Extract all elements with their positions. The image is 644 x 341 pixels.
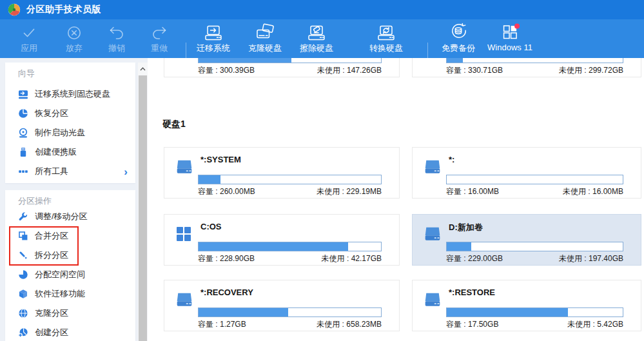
window-title: 分区助手技术员版 [26,4,101,15]
partition-card-d-selected[interactable]: D:新加卷 容量 : 229.00GB 未使用 : 197.40GB [412,214,641,266]
wizard-section: 向导 迁移系统到固态硬盘 恢复分区 制作启动光盘 [5,63,135,183]
redo-icon [150,22,168,41]
partition-card-system[interactable]: *:SYSTEM 容量 : 260.00MB 未使用 : 229.19MB [164,147,400,199]
drive-icon [424,226,442,242]
sidebar: 向导 迁移系统到固态硬盘 恢复分区 制作启动光盘 [0,58,148,341]
migrate-to-ssd-icon [18,89,28,99]
clone-disk-icon [254,22,276,41]
partition-card-partial[interactable]: 容量 : 300.39GB 未使用 : 147.26GB [164,58,400,77]
scrollbar-thumb[interactable] [139,75,147,341]
wipe-disk-icon [306,22,327,41]
sidebar-item-all-tools[interactable]: 所有工具 › [5,162,135,181]
discard-button[interactable]: 放弃 [66,22,83,57]
usage-bar [198,175,382,184]
usage-bar [198,58,382,63]
sidebar-item-resize-move[interactable]: 调整/移动分区 [5,207,135,226]
chevron-right-icon: › [124,166,128,177]
partition-card-c-os[interactable]: C:OS 容量 : 228.90GB 未使用 : 42.17GB [164,214,400,266]
apply-check-icon [21,22,37,41]
scroll-up-button[interactable] [138,63,148,75]
clone-partition-icon [18,308,28,318]
split-partition-icon [18,250,28,260]
unused-text: 未使用 : 197.40GB [559,253,623,264]
sidebar-item-create-partition[interactable]: 创建分区 [5,323,135,341]
wizard-section-title: 向导 [18,68,35,79]
usage-bar [446,307,623,317]
sidebar-scrollbar [138,63,148,341]
partition-card-recovery[interactable]: *:RECOVERY 容量 : 1.27GB 未使用 : 658.23MB [164,280,400,331]
windows-11-icon [499,22,521,41]
undo-button[interactable]: 撤销 [108,22,126,57]
usage-bar [198,242,382,251]
usage-bar [198,307,382,317]
free-backup-icon [449,22,468,41]
drive-icon [175,159,193,175]
drive-icon [424,159,442,175]
sidebar-item-portable-version[interactable]: 创建便携版 [5,142,135,162]
capacity-text: 容量 : 1.27GB [198,319,246,330]
clone-disk-button[interactable]: 克隆硬盘 [248,22,282,57]
unused-text: 未使用 : 16.00MB [563,186,623,197]
wipe-disk-button[interactable]: 擦除硬盘 [300,22,333,57]
partition-name: C:OS [200,222,222,231]
windows-11-button[interactable]: Windows 11 [487,22,532,57]
capacity-text: 容量 : 228.90GB [198,253,255,264]
redo-button[interactable]: 重做 [150,22,168,57]
create-partition-icon [18,327,28,338]
partition-card-reserved[interactable]: *: 容量 : 16.00MB 未使用 : 16.00MB [412,147,641,199]
app-logo-icon [8,3,21,16]
unused-text: 未使用 : 658.23MB [317,319,382,330]
partition-card-restore[interactable]: *:RESTORE 容量 : 17.50GB 未使用 : 5.42GB [412,280,641,331]
allocate-space-icon [18,269,28,280]
discard-icon [66,22,83,41]
merge-partition-icon [18,231,28,241]
free-backup-button[interactable]: 免费备份 [442,22,475,57]
partition-name: *:SYSTEM [200,155,241,164]
unused-text: 未使用 : 5.42GB [567,319,623,330]
disk1-title: 硬盘1 [162,119,186,130]
undo-icon [108,22,126,41]
partition-name: *:RECOVERY [200,287,253,297]
partition-name: D:新加卷 [449,222,483,233]
convert-disk-button[interactable]: 转换硬盘 [369,22,403,57]
partition-ops-section: 分区操作 调整/移动分区 合并分区 拆分分区 [5,190,135,341]
partition-assistant-window: 分区助手技术员版 应用 放弃 撤销 重做 [0,0,644,341]
unused-text: 未使用 : 229.19MB [317,186,382,197]
resize-move-icon [18,211,28,222]
sidebar-item-merge-partition[interactable]: 合并分区 [5,226,135,246]
capacity-text: 容量 : 330.71GB [446,65,503,76]
sidebar-item-allocate-space[interactable]: 分配空闲空间 [5,265,135,284]
bootable-media-icon [18,128,28,138]
sidebar-item-split-partition[interactable]: 拆分分区 [5,246,135,265]
apply-button[interactable]: 应用 [21,22,37,57]
notification-badge [514,24,520,29]
drive-icon [424,291,442,308]
migrate-os-button[interactable]: 迁移系统 [197,22,230,57]
capacity-text: 容量 : 300.39GB [198,65,255,76]
usage-bar [446,58,623,63]
capacity-text: 容量 : 16.00MB [446,186,499,197]
titlebar: 分区助手技术员版 [0,0,644,19]
sidebar-item-app-mover[interactable]: 软件迁移功能 [5,284,135,304]
partition-name: *:RESTORE [449,287,495,297]
sidebar-item-recover-partition[interactable]: 恢复分区 [5,104,135,123]
drive-icon [175,291,193,308]
windows-logo-icon [175,226,193,242]
all-tools-icon [18,166,28,177]
capacity-text: 容量 : 260.00MB [198,186,255,197]
sidebar-item-migrate-to-ssd[interactable]: 迁移系统到固态硬盘 [5,84,135,104]
toolbar: 应用 放弃 撤销 重做 [0,19,644,58]
sidebar-item-bootable-media[interactable]: 制作启动光盘 [5,123,135,142]
disk-map-panel: 容量 : 300.39GB 未使用 : 147.26GB 容量 : 330.71… [148,58,644,341]
partition-card-partial[interactable]: 容量 : 330.71GB 未使用 : 299.72GB [412,58,641,77]
unused-text: 未使用 : 147.26GB [317,65,382,76]
sidebar-item-clone-partition[interactable]: 克隆分区 [5,304,135,323]
migrate-os-icon [202,22,224,41]
partition-name: *: [449,155,454,164]
app-mover-icon [18,289,28,299]
convert-disk-icon [375,22,397,41]
portable-version-icon [18,147,28,157]
usage-bar [446,175,623,184]
recover-partition-icon [18,108,28,119]
unused-text: 未使用 : 299.72GB [559,65,623,76]
